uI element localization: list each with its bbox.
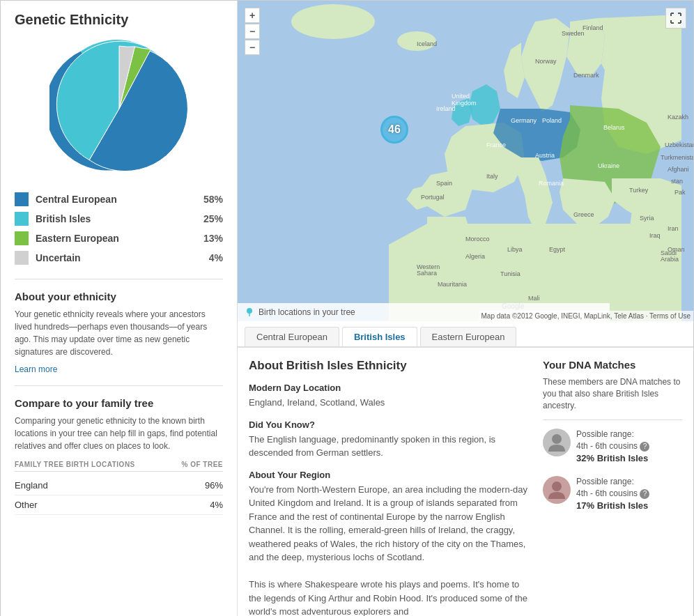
legend-item-central-european: Central European 58% xyxy=(15,192,223,206)
tab-british-isles[interactable]: British Isles xyxy=(342,327,417,346)
svg-text:Greece: Greece xyxy=(573,211,594,218)
svg-text:Portugal: Portugal xyxy=(421,194,445,201)
info-section-did-you-know: Did You Know? The English language, pred… xyxy=(249,419,529,460)
content-area: About British Isles Ethnicity Modern Day… xyxy=(238,348,693,616)
svg-text:Iceland: Iceland xyxy=(417,40,437,47)
svg-text:United: United xyxy=(452,93,470,100)
about-ethnicity-section: About your ethnicity Your genetic ethnic… xyxy=(15,291,223,374)
svg-text:Pak: Pak xyxy=(674,189,686,196)
table-header: FAMILY TREE BIRTH LOCATIONS % OF TREE xyxy=(15,458,223,472)
svg-text:Austria: Austria xyxy=(535,152,555,159)
dna-matches-title: Your DNA Matches xyxy=(543,359,682,371)
svg-text:Poland: Poland xyxy=(542,117,562,124)
legend-pct-uncertain: 4% xyxy=(209,252,223,263)
info-label-about-region: About Your Region xyxy=(249,470,529,480)
match-pct-2: 17% British Isles xyxy=(576,500,649,512)
svg-text:Spain: Spain xyxy=(436,180,452,187)
map-expand-button[interactable] xyxy=(665,8,686,29)
pie-chart-corrected xyxy=(49,39,189,178)
about-ethnicity-text: Your genetic ethnicity reveals where you… xyxy=(15,308,223,358)
help-icon-1[interactable]: ? xyxy=(640,442,649,452)
svg-text:Egypt: Egypt xyxy=(549,246,566,253)
learn-more-link[interactable]: Learn more xyxy=(15,364,57,374)
zoom-out-button[interactable]: − xyxy=(245,24,260,39)
legend-label-eastern-european: Eastern European xyxy=(36,233,203,244)
info-text-did-you-know: The English language, predominantly spok… xyxy=(249,433,529,460)
person-icon-2 xyxy=(546,479,567,500)
svg-text:Germany: Germany xyxy=(511,117,537,124)
table-cell-other-pct: 4% xyxy=(210,500,223,510)
dna-matches-panel: Your DNA Matches These members are DNA m… xyxy=(543,359,682,616)
map-container: Sweden Finland Iceland Norway Denmark Un… xyxy=(238,1,693,321)
match-range-2: Possible range: xyxy=(576,476,649,488)
info-text-location: England, Ireland, Scotland, Wales xyxy=(249,396,529,410)
info-section-location: Modern Day Location England, Ireland, Sc… xyxy=(249,383,529,410)
svg-text:Uzbekistan: Uzbekistan xyxy=(665,141,693,148)
svg-text:Sweden: Sweden xyxy=(562,30,585,37)
birth-locations-text: Birth locations in your tree xyxy=(259,307,355,317)
svg-text:Romania: Romania xyxy=(539,180,564,187)
svg-text:Kazakh: Kazakh xyxy=(668,114,688,121)
svg-text:Belarus: Belarus xyxy=(603,124,625,131)
info-text-about-region: You're from North-Western Europe, an are… xyxy=(249,483,529,617)
svg-text:France: France xyxy=(486,141,506,148)
tab-central-european[interactable]: Central European xyxy=(245,327,339,346)
svg-text:Denmark: Denmark xyxy=(573,72,599,79)
family-tree-text: Comparing your genetic ethnicity to the … xyxy=(15,415,223,452)
zoom-in-button[interactable]: + xyxy=(245,8,260,23)
expand-icon xyxy=(670,13,681,24)
svg-text:Iran: Iran xyxy=(668,225,679,232)
svg-text:Ukraine: Ukraine xyxy=(598,162,619,169)
left-panel: Genetic Ethnicity xyxy=(1,1,238,616)
table-cell-england-pct: 96% xyxy=(205,480,223,491)
tab-eastern-european[interactable]: Eastern European xyxy=(420,327,517,346)
legend-pct-central-european: 58% xyxy=(203,194,223,205)
svg-text:Turkey: Turkey xyxy=(629,187,649,194)
svg-text:Arabia: Arabia xyxy=(661,256,679,263)
legend-color-central-european xyxy=(15,192,29,206)
help-icon-2[interactable]: ? xyxy=(640,489,649,499)
family-tree-section: Compare to your family tree Comparing yo… xyxy=(15,397,223,515)
divider-2 xyxy=(15,385,223,386)
table-row-england: England 96% xyxy=(15,476,223,495)
zoom-out2-button[interactable]: − xyxy=(245,40,260,55)
map-svg: Sweden Finland Iceland Norway Denmark Un… xyxy=(238,1,693,321)
family-tree-title: Compare to your family tree xyxy=(15,397,223,409)
svg-text:Syria: Syria xyxy=(640,215,654,222)
match-cousin-2: 4th - 6th cousins ? xyxy=(576,488,649,500)
svg-point-2 xyxy=(291,4,375,39)
table-row-other: Other 4% xyxy=(15,495,223,515)
main-content: About British Isles Ethnicity Modern Day… xyxy=(249,359,529,616)
svg-point-47 xyxy=(552,434,562,444)
svg-text:Morocco: Morocco xyxy=(465,236,490,242)
svg-text:Turkmenistan: Turkmenistan xyxy=(661,154,693,161)
svg-text:Sahara: Sahara xyxy=(417,270,437,277)
svg-text:Libya: Libya xyxy=(507,246,523,253)
table-cell-england: England xyxy=(15,480,48,491)
match-info-2: Possible range: 4th - 6th cousins ? 17% … xyxy=(576,476,649,512)
dna-match-2: Possible range: 4th - 6th cousins ? 17% … xyxy=(543,476,682,512)
legend-label-uncertain: Uncertain xyxy=(36,252,209,263)
map-attribution: Map data ©2012 Google, INEGI, MapLink, T… xyxy=(479,311,693,321)
svg-text:Mali: Mali xyxy=(528,295,540,302)
legend-label-british-isles: British Isles xyxy=(36,213,203,224)
legend-item-eastern-european: Eastern European 13% xyxy=(15,231,223,245)
info-label-did-you-know: Did You Know? xyxy=(249,419,529,430)
svg-text:Tunisia: Tunisia xyxy=(500,270,520,277)
dna-divider xyxy=(543,419,682,420)
legend-item-uncertain: Uncertain 4% xyxy=(15,251,223,265)
info-label-location: Modern Day Location xyxy=(249,383,529,393)
svg-point-48 xyxy=(552,482,562,491)
map-attribution-text: Map data ©2012 Google, INEGI, MapLink, T… xyxy=(481,312,691,320)
svg-text:Finland: Finland xyxy=(583,24,603,31)
svg-text:stan: stan xyxy=(671,178,683,185)
table-header-pct: % OF TREE xyxy=(181,461,223,468)
svg-text:Iraq: Iraq xyxy=(649,232,661,239)
tabs-bar: Central European British Isles Eastern E… xyxy=(238,321,693,348)
legend: Central European 58% British Isles 25% E… xyxy=(15,192,223,265)
dna-matches-desc: These members are DNA matches to you tha… xyxy=(543,376,682,411)
map-controls: + − − xyxy=(245,8,260,56)
legend-color-uncertain xyxy=(15,251,29,265)
avatar-1 xyxy=(543,429,571,456)
table-header-location: FAMILY TREE BIRTH LOCATIONS xyxy=(15,461,135,468)
